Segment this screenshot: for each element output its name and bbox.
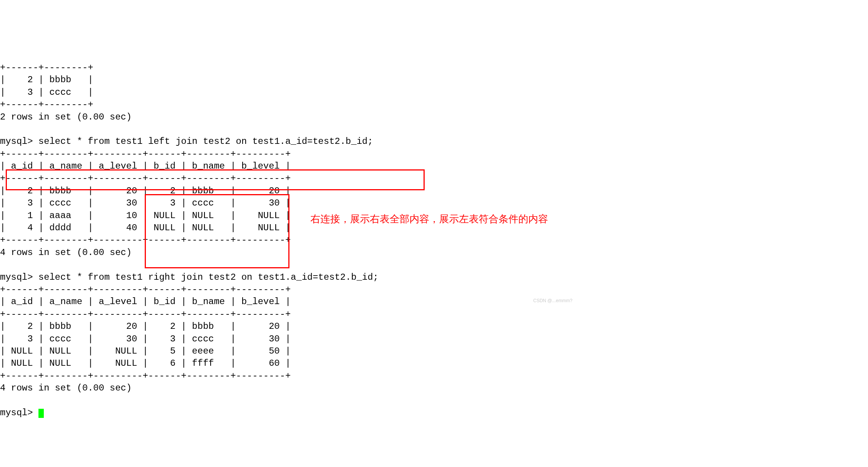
table0-border-top: +------+--------+ [0,62,93,73]
table1-border-mid: +------+--------+---------+------+------… [0,173,291,183]
query1-line: mysql> select * from test1 left join tes… [0,136,373,147]
table2-row0: | 2 | bbbb | 20 | 2 | bbbb | 20 | [0,321,291,332]
table1-summary: 4 rows in set (0.00 sec) [0,247,132,258]
table1-header: | a_id | a_name | a_level | b_id | b_nam… [0,161,291,171]
mysql-prompt: mysql> [0,272,38,282]
table2-summary: 4 rows in set (0.00 sec) [0,383,132,393]
table2-header: | a_id | a_name | a_level | b_id | b_nam… [0,296,291,307]
terminal-output: +------+--------+ | 2 | bbbb | | 3 | ccc… [0,49,868,419]
cursor-icon [38,409,44,418]
table2-row1: | 3 | cccc | 30 | 3 | cccc | 30 | [0,334,291,344]
table0-row1: | 2 | bbbb | [0,75,93,85]
table1-row1: | 3 | cccc | 30 | 3 | cccc | 30 | [0,198,291,208]
table1-row3: | 4 | dddd | 40 | NULL | NULL | NULL | [0,223,291,233]
table2-border-top: +------+--------+---------+------+------… [0,284,291,295]
query1-sql: select * from test1 left join test2 on t… [38,136,373,147]
table1-row0: | 2 | bbbb | 20 | 2 | bbbb | 20 | [0,186,291,196]
table0-summary: 2 rows in set (0.00 sec) [0,112,132,122]
table0-row2: | 3 | cccc | [0,87,93,97]
annotation-right-join: 右连接，展示右表全部内容，展示左表符合条件的内容 [310,212,548,226]
table1-border-bottom: +------+--------+---------+------+------… [0,235,291,245]
table0-border-bottom: +------+--------+ [0,99,93,110]
table2-border-mid: +------+--------+---------+------+------… [0,309,291,319]
final-prompt-line[interactable]: mysql> [0,408,44,418]
table1-border-top: +------+--------+---------+------+------… [0,149,291,159]
table2-row2: | NULL | NULL | NULL | 5 | eeee | 50 | [0,346,291,356]
query2-line: mysql> select * from test1 right join te… [0,272,379,282]
mysql-prompt: mysql> [0,136,38,147]
table1-row2: | 1 | aaaa | 10 | NULL | NULL | NULL | [0,210,291,221]
table2-row3: | NULL | NULL | NULL | 6 | ffff | 60 | [0,358,291,368]
table2-border-bottom: +------+--------+---------+------+------… [0,371,291,381]
watermark-csdn: CSDN @...emmm? [533,298,572,304]
query2-sql: select * from test1 right join test2 on … [38,272,379,282]
mysql-prompt: mysql> [0,408,38,418]
